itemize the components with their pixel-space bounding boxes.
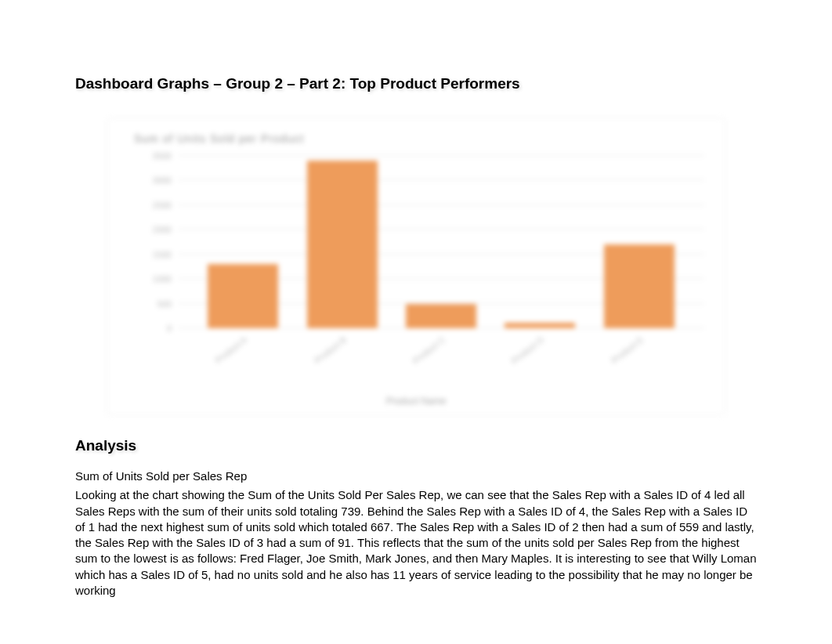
y-tick: 3500 [153,151,172,161]
x-tick: Product C [411,335,447,366]
analysis-heading: Analysis [75,437,757,454]
y-tick: 500 [157,299,172,309]
bars-row [178,156,704,328]
bar [604,244,675,328]
y-tick: 2500 [153,201,172,210]
bar [505,323,575,328]
chart-plot-area: 0 500 1000 1500 2000 2500 3000 3500 [178,156,704,328]
page-title: Dashboard Graphs – Group 2 – Part 2: Top… [75,75,757,92]
x-tick: Product D [510,335,546,366]
x-axis: Product A Product B Product C Product D … [178,328,704,383]
x-tick: Product E [610,335,645,365]
bar [406,304,476,328]
y-tick: 0 [167,324,172,333]
bar [208,264,278,328]
y-tick: 1500 [153,250,172,259]
analysis-subheading: Sum of Units Sold per Sales Rep [75,469,757,484]
x-tick: Product A [214,335,249,365]
y-tick: 2000 [153,225,172,234]
chart-container: Sum of Units Sold per Product 0 500 1000… [107,118,725,415]
chart-title: Sum of Units Sold per Product [134,132,304,145]
y-tick: 3000 [153,175,172,185]
analysis-body: Looking at the chart showing the Sum of … [75,487,757,599]
x-tick: Product B [313,335,348,365]
x-axis-title: Product Name [386,396,447,407]
y-tick: 1000 [153,274,172,284]
bar [307,161,378,328]
